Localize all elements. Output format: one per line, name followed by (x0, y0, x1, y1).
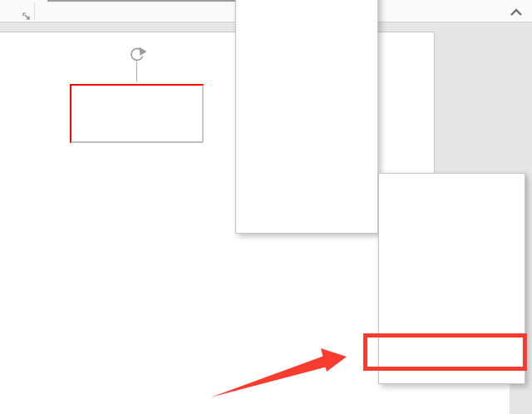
annotation-rectangle (363, 333, 527, 371)
outline-color-menu (235, 0, 378, 234)
app-window (0, 0, 532, 414)
rotate-handle-arrowhead (140, 47, 147, 57)
